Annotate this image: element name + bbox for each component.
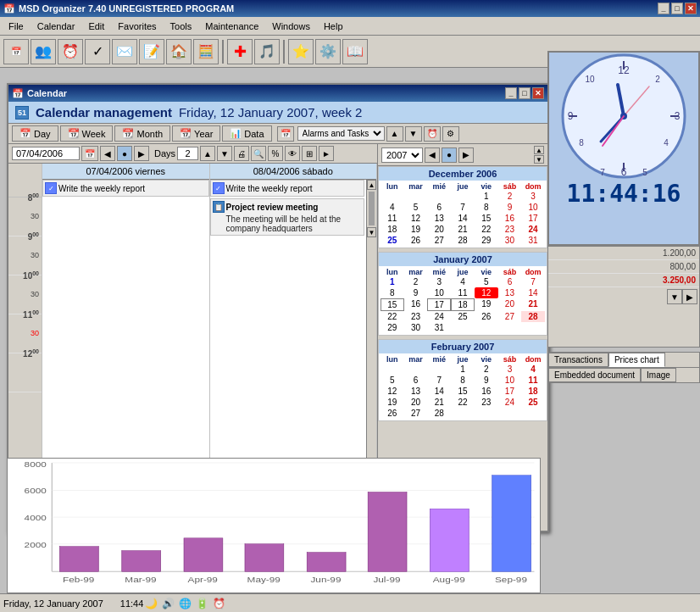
mini-day[interactable]: 20: [427, 224, 451, 235]
alarm-icon-btn[interactable]: ⏰: [424, 126, 441, 142]
mini-day[interactable]: 7: [451, 202, 475, 213]
mini-day[interactable]: 7: [427, 375, 451, 386]
menu-maintenance[interactable]: Maintenance: [198, 19, 265, 33]
menu-favorites[interactable]: Favorites: [111, 19, 163, 33]
mini-day[interactable]: 10: [498, 375, 522, 386]
mini-day[interactable]: 5: [475, 276, 498, 287]
mini-day[interactable]: 14: [521, 287, 545, 298]
mini-day[interactable]: 21: [521, 298, 545, 311]
mini-day[interactable]: 6: [404, 375, 428, 386]
menu-file[interactable]: File: [2, 19, 31, 33]
mini-day[interactable]: 27: [498, 311, 522, 322]
mini-day[interactable]: 18: [381, 224, 404, 235]
minimize-button[interactable]: _: [658, 3, 669, 14]
tab-transactions[interactable]: Transactions: [548, 353, 608, 367]
view-btn[interactable]: 👁: [285, 146, 300, 161]
mini-day[interactable]: 25: [451, 311, 475, 322]
mini-day[interactable]: 23: [475, 397, 498, 408]
tab-embedded-doc[interactable]: Embedded document: [548, 368, 641, 382]
mini-day[interactable]: 27: [427, 235, 451, 246]
mini-day[interactable]: 27: [404, 408, 428, 419]
mini-day[interactable]: 8: [381, 287, 404, 298]
tab-month[interactable]: 📆 Month: [114, 125, 170, 142]
mini-day[interactable]: 29: [475, 235, 498, 246]
mini-day[interactable]: 1: [475, 191, 498, 202]
mini-day[interactable]: [427, 191, 451, 202]
toolbar-notes[interactable]: ✓: [85, 39, 110, 64]
mini-day[interactable]: 24: [521, 224, 545, 235]
toolbar-mail[interactable]: ✉️: [112, 39, 137, 64]
tab-data[interactable]: 📊 Data: [222, 125, 271, 142]
mini-day[interactable]: [381, 191, 404, 202]
mini-scroll-up[interactable]: ▲: [534, 146, 544, 154]
next-week-btn[interactable]: ►: [319, 146, 334, 161]
mini-day[interactable]: 7: [521, 276, 545, 287]
mini-day[interactable]: 26: [381, 408, 404, 419]
tab-year[interactable]: 📆 Year: [172, 125, 220, 142]
menu-tools[interactable]: Tools: [164, 19, 199, 33]
mini-day[interactable]: 8: [475, 202, 498, 213]
mini-day[interactable]: 21: [451, 224, 475, 235]
mini-next-btn[interactable]: ▶: [458, 147, 474, 163]
mini-day[interactable]: 15: [451, 386, 475, 397]
mini-scroll-down[interactable]: ▼: [534, 155, 544, 164]
mini-day[interactable]: 25: [521, 397, 545, 408]
toolbar-calc[interactable]: 🧮: [193, 39, 219, 64]
expand-btn[interactable]: ⊞: [302, 146, 317, 161]
menu-windows[interactable]: Windows: [265, 19, 317, 33]
close-button[interactable]: ✕: [685, 3, 697, 14]
table-scroll-down[interactable]: ▼: [667, 289, 682, 304]
mini-day[interactable]: 14: [451, 213, 475, 224]
menu-edit[interactable]: Edit: [81, 19, 111, 33]
mini-day[interactable]: 19: [381, 397, 404, 408]
toolbar-contacts[interactable]: 👥: [31, 39, 56, 64]
scroll-down-arrow[interactable]: ▼: [367, 227, 376, 237]
toolbar-edit[interactable]: 📝: [139, 39, 164, 64]
mini-day[interactable]: 2: [475, 364, 498, 375]
mini-day[interactable]: 3: [498, 364, 522, 375]
cal-icon-btn[interactable]: 📅: [81, 146, 98, 161]
scroll-down-btn[interactable]: ▼: [405, 126, 422, 142]
mini-prev-btn[interactable]: ◀: [425, 147, 440, 163]
mini-day[interactable]: 12: [404, 213, 428, 224]
mini-day[interactable]: 22: [381, 311, 404, 322]
scroll-up-arrow[interactable]: ▲: [367, 180, 376, 190]
mini-day[interactable]: [381, 364, 404, 375]
toolbar-cross[interactable]: ✚: [227, 39, 253, 64]
mini-day[interactable]: 28: [427, 408, 451, 419]
days-up-btn[interactable]: ▲: [200, 146, 215, 161]
mini-day[interactable]: 5: [381, 375, 404, 386]
today-btn[interactable]: ●: [117, 146, 132, 161]
mini-day[interactable]: 4: [381, 202, 404, 213]
mini-day[interactable]: 22: [451, 397, 475, 408]
mini-day[interactable]: 23: [404, 311, 428, 322]
menu-help[interactable]: Help: [317, 19, 350, 33]
mini-day[interactable]: 10: [521, 202, 545, 213]
tab-prices-chart[interactable]: Prices chart: [608, 353, 665, 367]
event-2-2[interactable]: 📋 Project review meeting The meeting wil…: [210, 198, 365, 236]
settings-btn[interactable]: ⚙: [442, 126, 459, 142]
mini-day[interactable]: 5: [404, 202, 428, 213]
mini-day[interactable]: 24: [498, 397, 522, 408]
toolbar-home[interactable]: 🏠: [166, 39, 192, 64]
mini-day[interactable]: 4: [451, 276, 475, 287]
mini-day[interactable]: 26: [475, 311, 498, 322]
mini-day[interactable]: 28: [521, 311, 545, 322]
mini-day[interactable]: 1: [381, 276, 404, 287]
cal-maximize-button[interactable]: □: [519, 87, 531, 99]
mini-day[interactable]: 25: [381, 235, 404, 246]
tab-image[interactable]: Image: [641, 368, 676, 382]
event-1-1[interactable]: ✓ Write the weekly report: [42, 180, 209, 197]
mini-day[interactable]: 21: [427, 397, 451, 408]
cal-minimize-button[interactable]: _: [505, 87, 517, 99]
mini-day-today[interactable]: 12: [475, 287, 498, 298]
next-date-btn[interactable]: ▶: [134, 146, 149, 161]
mini-day[interactable]: 18: [521, 386, 545, 397]
mini-day[interactable]: 13: [498, 287, 522, 298]
mini-day[interactable]: 13: [427, 213, 451, 224]
toolbar-music[interactable]: 🎵: [254, 39, 280, 64]
mini-day[interactable]: [427, 364, 451, 375]
mini-day[interactable]: 12: [381, 386, 404, 397]
mini-day[interactable]: 11: [381, 213, 404, 224]
prev-date-btn[interactable]: ◀: [100, 146, 115, 161]
